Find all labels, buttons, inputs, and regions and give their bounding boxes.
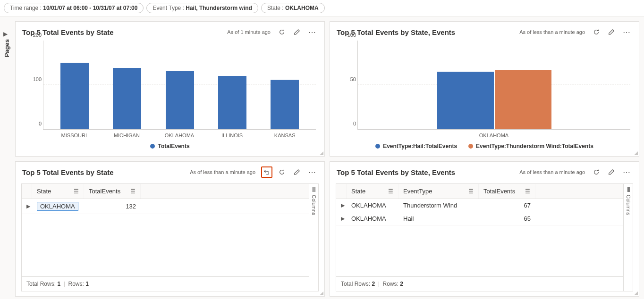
filter-label: Time range : (10, 5, 42, 11)
edit-icon[interactable] (606, 166, 617, 178)
refresh-icon[interactable] (591, 26, 602, 38)
tile-title: Top 5 Total Events by State (22, 28, 223, 36)
column-header-totalevents[interactable]: TotalEvents☰ (84, 184, 141, 199)
xlabel: MICHIGAN (101, 133, 153, 138)
cell-totalevents: 65 (479, 212, 535, 225)
ytick: 0 (339, 121, 356, 126)
table-row[interactable]: ▶ OKLAHOMA Thunderstorm Wind 67 (336, 199, 623, 212)
column-header-totalevents[interactable]: TotalEvents☰ (479, 184, 535, 199)
column-menu-icon[interactable]: ☰ (130, 188, 136, 195)
bar[interactable] (60, 63, 89, 129)
refresh-icon[interactable] (591, 166, 602, 178)
filter-label: Event Type : (153, 5, 184, 11)
chart-plot[interactable]: 0 100 200 (43, 41, 316, 130)
table-footer: Total Rows: 2 | Rows: 2 (336, 276, 623, 291)
columns-label: Columns (626, 195, 631, 215)
resize-handle-icon[interactable] (633, 291, 638, 295)
table-header: State☰ EventType☰ TotalEvents☰ (336, 184, 623, 199)
filter-time-range[interactable]: Time range : 10/01/07 at 06:00 - 10/31/0… (4, 3, 144, 13)
column-menu-icon[interactable]: ☰ (525, 188, 530, 195)
filters-bar: Time range : 10/01/07 at 06:00 - 10/31/0… (0, 0, 644, 17)
legend-dot-icon (468, 144, 473, 149)
column-menu-icon[interactable]: ☰ (468, 188, 474, 195)
refresh-icon[interactable] (276, 26, 288, 38)
expand-icon[interactable]: ▶ (336, 213, 347, 224)
table-header: State☰ TotalEvents☰ (22, 184, 309, 199)
undo-icon[interactable] (261, 166, 272, 178)
ytick: 200 (25, 32, 42, 38)
cell-state[interactable]: OKLAHOMA (37, 202, 78, 211)
legend-item[interactable]: EventType:Thunderstorm Wind:TotalEvents (468, 143, 593, 150)
columns-panel-toggle[interactable]: |||| Columns (623, 184, 633, 291)
legend-item[interactable]: TotalEvents (150, 143, 189, 150)
resize-handle-icon[interactable] (319, 150, 323, 155)
edit-icon[interactable] (606, 26, 617, 38)
more-icon[interactable]: ⋯ (621, 28, 632, 37)
bar[interactable] (271, 80, 299, 129)
expand-icon[interactable]: ▶ (336, 199, 347, 211)
filter-value: OKLAHOMA (285, 5, 319, 11)
more-icon[interactable]: ⋯ (306, 28, 318, 37)
filter-value: Hail, Thunderstorm wind (186, 5, 252, 11)
column-header-state[interactable]: State☰ (347, 184, 398, 199)
table-row[interactable]: ▶ OKLAHOMA 132 (22, 199, 309, 214)
filter-event-type[interactable]: Event Type : Hail, Thunderstorm wind (146, 3, 258, 13)
pages-label: Pages (3, 39, 10, 57)
expand-icon[interactable]: ▶ (22, 200, 32, 212)
edit-icon[interactable] (291, 166, 303, 178)
cell-eventtype: Thunderstorm Wind (398, 199, 479, 212)
resize-handle-icon[interactable] (319, 291, 323, 295)
column-menu-icon[interactable]: ☰ (74, 188, 79, 195)
cell-state: OKLAHOMA (347, 212, 398, 225)
column-header-state[interactable]: State☰ (32, 184, 84, 199)
tile-asof: As of less than a minute ago (190, 169, 255, 175)
tile-asof: As of 1 minute ago (227, 29, 271, 35)
xlabel: OKLAHOMA (153, 133, 206, 138)
bar-thunderstorm[interactable] (495, 70, 551, 129)
cell-totalevents: 67 (479, 199, 535, 212)
xlabel: ILLINOIS (206, 133, 259, 138)
chevron-right-icon[interactable]: ▶ (3, 31, 10, 37)
xlabel: MISSOURI (48, 133, 101, 138)
resize-handle-icon[interactable] (633, 150, 638, 155)
column-header-eventtype[interactable]: EventType☰ (398, 184, 479, 199)
legend-item[interactable]: EventType:Hail:TotalEvents (375, 143, 457, 150)
ytick: 0 (25, 121, 42, 126)
ytick: 100 (339, 32, 356, 38)
more-icon[interactable]: ⋯ (621, 168, 632, 177)
tile-top5-by-state-events-chart: Top 5 Total Events by State, Events As o… (330, 21, 639, 157)
tile-title: Top 5 Total Events by State, Events (337, 168, 516, 176)
bar-hail[interactable] (437, 72, 494, 129)
filter-value: 10/01/07 at 06:00 - 10/31/07 at 07:00 (43, 5, 137, 11)
xlabel: OKLAHOMA (362, 133, 626, 138)
chart-plot[interactable]: 0 50 100 (357, 41, 630, 130)
tile-top5-by-state-events-table: Top 5 Total Events by State, Events As o… (330, 161, 639, 297)
pages-rail[interactable]: ▶ Pages (0, 17, 13, 299)
table-footer: Total Rows: 1 | Rows: 1 (22, 276, 309, 291)
columns-panel-toggle[interactable]: |||| Columns (309, 184, 318, 291)
bar[interactable] (218, 76, 246, 129)
tile-top5-by-state-table: Top 5 Total Events by State As of less t… (15, 161, 325, 297)
edit-icon[interactable] (291, 26, 303, 38)
tile-asof: As of less than a minute ago (519, 29, 585, 35)
filter-state[interactable]: State : OKLAHOMA (261, 3, 325, 13)
refresh-icon[interactable] (276, 166, 288, 178)
bar[interactable] (166, 71, 194, 129)
tile-title: Top 5 Total Events by State, Events (337, 28, 516, 36)
legend-dot-icon (375, 144, 380, 149)
ytick: 100 (25, 76, 42, 82)
filter-label: State : (267, 5, 284, 11)
columns-icon: |||| (312, 187, 315, 192)
legend-label: TotalEvents (158, 143, 189, 150)
tile-title: Top 5 Total Events by State (22, 168, 186, 176)
column-menu-icon[interactable]: ☰ (388, 188, 393, 195)
columns-icon: |||| (627, 187, 629, 192)
tile-asof: As of less than a minute ago (519, 169, 585, 175)
cell-totalevents: 132 (84, 200, 141, 213)
ytick: 50 (339, 76, 356, 82)
xlabel: KANSAS (258, 133, 311, 138)
legend-label: EventType:Hail:TotalEvents (383, 143, 457, 150)
table-row[interactable]: ▶ OKLAHOMA Hail 65 (336, 212, 623, 225)
more-icon[interactable]: ⋯ (306, 168, 318, 177)
bar[interactable] (113, 68, 141, 129)
